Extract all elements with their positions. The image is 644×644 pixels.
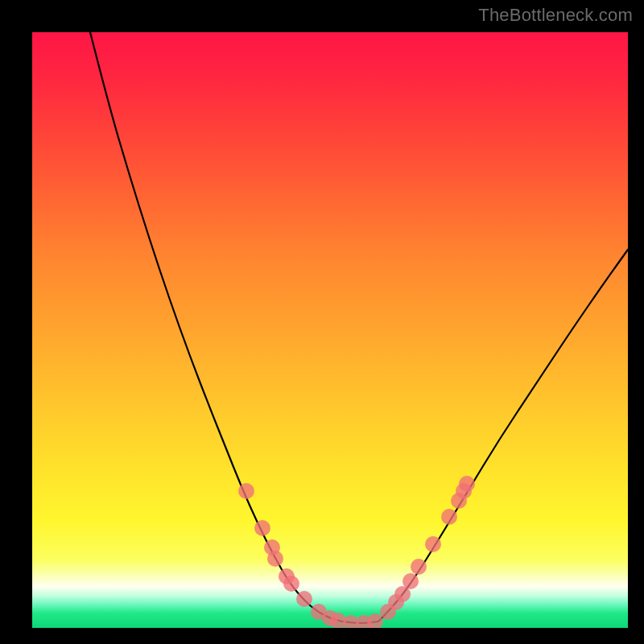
- series-left-curve: [90, 32, 342, 621]
- data-point: [411, 559, 427, 575]
- data-point: [425, 536, 441, 552]
- chart-frame: TheBottleneck.com: [0, 0, 644, 644]
- data-point: [367, 613, 383, 628]
- data-point: [296, 591, 312, 607]
- marker-layer: [238, 476, 475, 628]
- chart-svg: [32, 32, 628, 628]
- data-point: [402, 573, 419, 589]
- plot-gradient-background: [32, 32, 628, 628]
- watermark-label: TheBottleneck.com: [478, 5, 633, 26]
- data-point: [459, 476, 475, 492]
- data-point: [254, 520, 270, 536]
- data-point: [267, 551, 283, 567]
- data-point: [238, 483, 254, 499]
- curve-layer: [90, 32, 628, 623]
- data-point: [283, 576, 299, 592]
- data-point: [441, 509, 457, 525]
